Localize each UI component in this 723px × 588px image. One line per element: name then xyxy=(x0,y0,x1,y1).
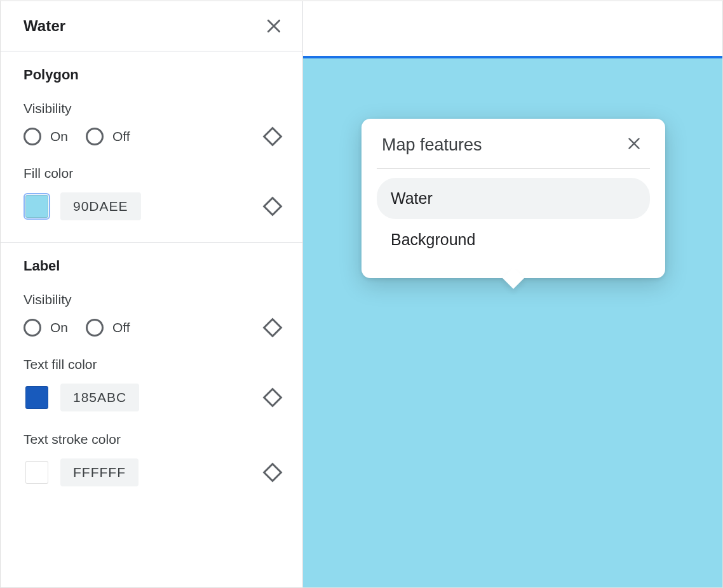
hex-input[interactable]: 185ABC xyxy=(60,384,139,411)
radio-label-off: Off xyxy=(112,129,130,144)
polygon-section: Polygon Visibility On Off Fill color xyxy=(1,51,302,243)
radio-label-on: On xyxy=(50,320,68,335)
reset-icon[interactable] xyxy=(262,387,282,407)
color-swatch[interactable] xyxy=(24,459,50,486)
polygon-visibility-on[interactable]: On xyxy=(24,128,68,145)
popover-header: Map features xyxy=(377,133,650,169)
radio-label-off: Off xyxy=(112,320,130,335)
polygon-visibility-radios: On Off xyxy=(24,128,130,145)
map-feature-item-water[interactable]: Water xyxy=(377,178,650,219)
popover-title: Map features xyxy=(382,135,482,155)
text-fill-label: Text fill color xyxy=(24,357,280,372)
reset-icon[interactable] xyxy=(262,317,282,337)
radio-icon xyxy=(86,319,104,337)
radio-icon xyxy=(24,319,41,337)
radio-label-on: On xyxy=(50,129,68,144)
panel-header: Water xyxy=(1,1,302,51)
radio-icon xyxy=(24,128,41,145)
label-section: Label Visibility On Off Text fill color xyxy=(1,243,302,508)
reset-icon[interactable] xyxy=(262,462,282,482)
style-panel: Water Polygon Visibility On Off Fill col… xyxy=(1,1,303,587)
label-visibility-radios: On Off xyxy=(24,319,130,337)
visibility-label: Visibility xyxy=(24,101,280,116)
map-feature-item-background[interactable]: Background xyxy=(377,219,650,260)
polygon-fill-color: 90DAEE xyxy=(24,192,141,220)
reset-icon[interactable] xyxy=(262,126,282,146)
label-visibility-row: On Off xyxy=(24,319,280,337)
close-icon[interactable] xyxy=(264,17,283,36)
map-features-popover: Map features Water Background xyxy=(362,119,665,278)
polygon-visibility-off[interactable]: Off xyxy=(86,128,130,145)
swatch-inner xyxy=(25,386,48,409)
radio-icon xyxy=(86,128,104,145)
fill-color-label: Fill color xyxy=(24,166,280,181)
section-title-label: Label xyxy=(24,258,280,274)
hex-input[interactable]: 90DAEE xyxy=(60,192,141,220)
reset-icon[interactable] xyxy=(262,196,282,216)
label-visibility-on[interactable]: On xyxy=(24,319,68,337)
tab-bar xyxy=(303,1,722,58)
map-preview: Map features Water Background xyxy=(303,1,722,587)
swatch-inner xyxy=(25,195,48,218)
text-fill-row: 185ABC xyxy=(24,384,280,411)
label-visibility-off[interactable]: Off xyxy=(86,319,130,337)
text-fill-color: 185ABC xyxy=(24,384,139,411)
map-canvas[interactable]: Map features Water Background xyxy=(303,58,722,587)
swatch-inner xyxy=(25,461,48,484)
polygon-fill-row: 90DAEE xyxy=(24,192,280,220)
text-stroke-label: Text stroke color xyxy=(24,432,280,447)
hex-input[interactable]: FFFFFF xyxy=(60,458,139,486)
text-stroke-color: FFFFFF xyxy=(24,458,139,486)
section-title-polygon: Polygon xyxy=(24,67,280,83)
color-swatch[interactable] xyxy=(24,384,50,411)
color-swatch[interactable] xyxy=(24,193,50,220)
text-stroke-row: FFFFFF xyxy=(24,458,280,486)
visibility-label: Visibility xyxy=(24,292,280,307)
panel-title: Water xyxy=(24,17,65,35)
close-icon[interactable] xyxy=(623,133,645,157)
polygon-visibility-row: On Off xyxy=(24,128,280,145)
